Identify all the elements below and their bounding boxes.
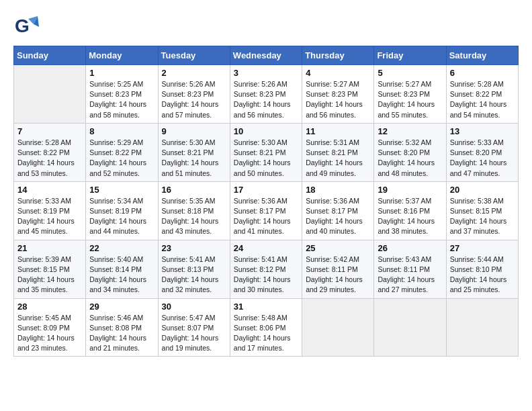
day-info: Sunrise: 5:35 AMSunset: 8:18 PMDaylight:… <box>162 196 226 237</box>
day-cell <box>14 65 86 124</box>
day-number: 5 <box>378 68 442 78</box>
day-number: 2 <box>162 68 226 78</box>
day-number: 19 <box>378 185 442 195</box>
day-number: 4 <box>306 68 370 78</box>
day-cell: 26Sunrise: 5:43 AMSunset: 8:11 PMDayligh… <box>374 240 446 298</box>
day-number: 18 <box>306 185 370 195</box>
day-number: 31 <box>234 302 298 312</box>
day-info: Sunrise: 5:47 AMSunset: 8:07 PMDaylight:… <box>162 313 226 354</box>
day-info: Sunrise: 5:36 AMSunset: 8:17 PMDaylight:… <box>234 196 298 237</box>
day-cell: 29Sunrise: 5:46 AMSunset: 8:08 PMDayligh… <box>86 298 158 357</box>
day-number: 3 <box>234 68 298 78</box>
day-cell: 9Sunrise: 5:30 AMSunset: 8:21 PMDaylight… <box>158 123 230 181</box>
header-wednesday: Wednesday <box>230 46 302 65</box>
day-cell: 15Sunrise: 5:34 AMSunset: 8:19 PMDayligh… <box>86 181 158 240</box>
day-number: 13 <box>450 126 515 136</box>
day-cell: 21Sunrise: 5:39 AMSunset: 8:15 PMDayligh… <box>14 240 86 298</box>
day-info: Sunrise: 5:44 AMSunset: 8:10 PMDaylight:… <box>450 255 515 295</box>
day-number: 6 <box>450 68 515 78</box>
day-number: 9 <box>162 126 226 136</box>
day-number: 12 <box>378 126 442 136</box>
day-info: Sunrise: 5:42 AMSunset: 8:11 PMDaylight:… <box>306 255 370 295</box>
day-info: Sunrise: 5:27 AMSunset: 8:23 PMDaylight:… <box>306 79 370 120</box>
day-cell: 8Sunrise: 5:29 AMSunset: 8:22 PMDaylight… <box>86 123 158 181</box>
day-number: 30 <box>162 302 226 312</box>
header-monday: Monday <box>86 46 158 65</box>
day-cell: 11Sunrise: 5:31 AMSunset: 8:21 PMDayligh… <box>302 123 374 181</box>
day-info: Sunrise: 5:32 AMSunset: 8:20 PMDaylight:… <box>378 138 442 179</box>
calendar-header-row: SundayMondayTuesdayWednesdayThursdayFrid… <box>14 46 519 65</box>
day-cell: 19Sunrise: 5:37 AMSunset: 8:16 PMDayligh… <box>374 181 446 240</box>
day-info: Sunrise: 5:40 AMSunset: 8:14 PMDaylight:… <box>89 255 154 295</box>
day-cell: 12Sunrise: 5:32 AMSunset: 8:20 PMDayligh… <box>374 123 446 181</box>
day-cell: 1Sunrise: 5:25 AMSunset: 8:23 PMDaylight… <box>86 65 158 124</box>
day-cell: 5Sunrise: 5:27 AMSunset: 8:23 PMDaylight… <box>374 65 446 124</box>
day-info: Sunrise: 5:46 AMSunset: 8:08 PMDaylight:… <box>89 313 154 354</box>
day-cell: 28Sunrise: 5:45 AMSunset: 8:09 PMDayligh… <box>14 298 86 357</box>
week-row-5: 28Sunrise: 5:45 AMSunset: 8:09 PMDayligh… <box>14 298 519 357</box>
day-info: Sunrise: 5:33 AMSunset: 8:20 PMDaylight:… <box>450 138 515 179</box>
svg-text:G: G <box>15 15 30 36</box>
day-number: 11 <box>306 126 370 136</box>
day-number: 25 <box>306 243 370 253</box>
day-cell: 10Sunrise: 5:30 AMSunset: 8:21 PMDayligh… <box>230 123 302 181</box>
day-info: Sunrise: 5:29 AMSunset: 8:22 PMDaylight:… <box>89 138 154 179</box>
day-cell: 13Sunrise: 5:33 AMSunset: 8:20 PMDayligh… <box>446 123 518 181</box>
day-cell: 7Sunrise: 5:28 AMSunset: 8:22 PMDaylight… <box>14 123 86 181</box>
header-saturday: Saturday <box>446 46 518 65</box>
day-number: 14 <box>17 185 82 195</box>
day-number: 21 <box>17 243 82 253</box>
day-info: Sunrise: 5:31 AMSunset: 8:21 PMDaylight:… <box>306 138 370 179</box>
day-info: Sunrise: 5:34 AMSunset: 8:19 PMDaylight:… <box>89 196 154 237</box>
logo: G <box>13 13 42 39</box>
week-row-1: 1Sunrise: 5:25 AMSunset: 8:23 PMDaylight… <box>14 65 519 124</box>
header-sunday: Sunday <box>14 46 86 65</box>
day-info: Sunrise: 5:27 AMSunset: 8:23 PMDaylight:… <box>378 79 442 120</box>
week-row-3: 14Sunrise: 5:33 AMSunset: 8:19 PMDayligh… <box>14 181 519 240</box>
day-info: Sunrise: 5:41 AMSunset: 8:12 PMDaylight:… <box>234 255 298 295</box>
day-cell: 4Sunrise: 5:27 AMSunset: 8:23 PMDaylight… <box>302 65 374 124</box>
day-cell: 20Sunrise: 5:38 AMSunset: 8:15 PMDayligh… <box>446 181 518 240</box>
day-cell: 30Sunrise: 5:47 AMSunset: 8:07 PMDayligh… <box>158 298 230 357</box>
day-info: Sunrise: 5:26 AMSunset: 8:23 PMDaylight:… <box>234 79 298 120</box>
day-number: 10 <box>234 126 298 136</box>
day-info: Sunrise: 5:48 AMSunset: 8:06 PMDaylight:… <box>234 313 298 354</box>
day-cell: 27Sunrise: 5:44 AMSunset: 8:10 PMDayligh… <box>446 240 518 298</box>
day-info: Sunrise: 5:28 AMSunset: 8:22 PMDaylight:… <box>17 138 82 179</box>
day-cell: 23Sunrise: 5:41 AMSunset: 8:13 PMDayligh… <box>158 240 230 298</box>
day-info: Sunrise: 5:25 AMSunset: 8:23 PMDaylight:… <box>89 79 154 120</box>
day-cell: 16Sunrise: 5:35 AMSunset: 8:18 PMDayligh… <box>158 181 230 240</box>
day-cell: 24Sunrise: 5:41 AMSunset: 8:12 PMDayligh… <box>230 240 302 298</box>
day-info: Sunrise: 5:43 AMSunset: 8:11 PMDaylight:… <box>378 255 442 295</box>
week-row-4: 21Sunrise: 5:39 AMSunset: 8:15 PMDayligh… <box>14 240 519 298</box>
header-tuesday: Tuesday <box>158 46 230 65</box>
day-info: Sunrise: 5:30 AMSunset: 8:21 PMDaylight:… <box>162 138 226 179</box>
day-number: 22 <box>89 243 154 253</box>
calendar-table: SundayMondayTuesdayWednesdayThursdayFrid… <box>13 46 519 357</box>
page-header: G <box>13 13 519 39</box>
day-number: 7 <box>17 126 82 136</box>
day-info: Sunrise: 5:45 AMSunset: 8:09 PMDaylight:… <box>17 313 82 354</box>
day-info: Sunrise: 5:36 AMSunset: 8:17 PMDaylight:… <box>306 196 370 237</box>
week-row-2: 7Sunrise: 5:28 AMSunset: 8:22 PMDaylight… <box>14 123 519 181</box>
day-cell <box>374 298 446 357</box>
day-cell <box>302 298 374 357</box>
day-cell: 31Sunrise: 5:48 AMSunset: 8:06 PMDayligh… <box>230 298 302 357</box>
day-number: 17 <box>234 185 298 195</box>
day-number: 16 <box>162 185 226 195</box>
day-number: 29 <box>89 302 154 312</box>
header-friday: Friday <box>374 46 446 65</box>
day-cell: 3Sunrise: 5:26 AMSunset: 8:23 PMDaylight… <box>230 65 302 124</box>
day-number: 8 <box>89 126 154 136</box>
day-number: 27 <box>450 243 515 253</box>
day-cell: 6Sunrise: 5:28 AMSunset: 8:22 PMDaylight… <box>446 65 518 124</box>
day-info: Sunrise: 5:39 AMSunset: 8:15 PMDaylight:… <box>17 255 82 295</box>
day-cell <box>446 298 518 357</box>
day-number: 20 <box>450 185 515 195</box>
day-number: 26 <box>378 243 442 253</box>
logo-icon: G <box>13 13 39 39</box>
day-info: Sunrise: 5:41 AMSunset: 8:13 PMDaylight:… <box>162 255 226 295</box>
day-cell: 17Sunrise: 5:36 AMSunset: 8:17 PMDayligh… <box>230 181 302 240</box>
day-cell: 18Sunrise: 5:36 AMSunset: 8:17 PMDayligh… <box>302 181 374 240</box>
day-cell: 22Sunrise: 5:40 AMSunset: 8:14 PMDayligh… <box>86 240 158 298</box>
